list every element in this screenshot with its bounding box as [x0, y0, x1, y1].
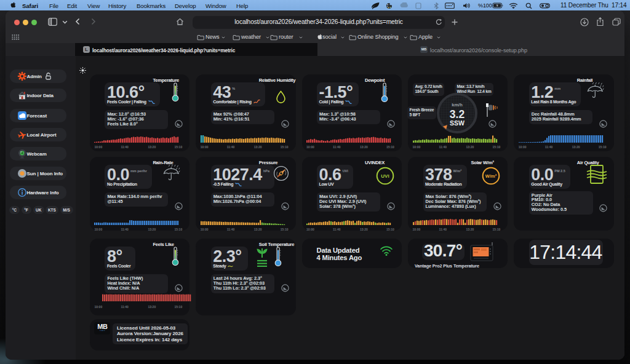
- svg-text:SSW: SSW: [450, 119, 465, 127]
- svg-text:3.2: 3.2: [450, 108, 465, 120]
- svg-text:W/m²: W/m²: [485, 173, 497, 178]
- svg-text:UVI: UVI: [381, 173, 389, 179]
- svg-text:km/h: km/h: [452, 102, 463, 108]
